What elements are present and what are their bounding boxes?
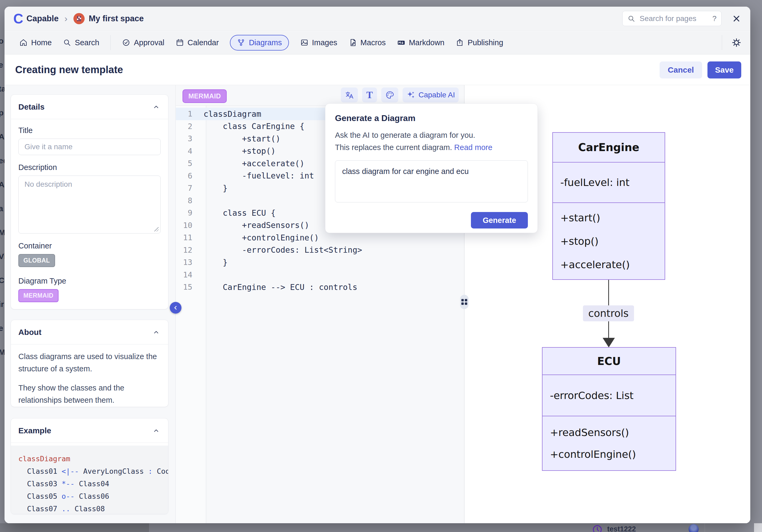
drag-dots-icon: [461, 299, 467, 305]
background-text-fragment: My: [0, 228, 5, 237]
breadcrumb-space[interactable]: My first space: [89, 14, 144, 24]
settings-button[interactable]: [730, 36, 743, 49]
line-text: -fuelLevel: int: [199, 171, 314, 180]
generate-button[interactable]: Generate: [471, 212, 528, 228]
background-text-fragment: ir: [0, 300, 5, 309]
collapse-details-button[interactable]: [152, 103, 161, 112]
breadcrumb-brand[interactable]: Capable: [27, 14, 59, 24]
divider: [705, 523, 705, 532]
text-icon: T: [366, 90, 373, 100]
chevron-up-icon: [153, 329, 160, 336]
search-shortcut-hint: ?: [712, 14, 717, 23]
nav-item-markdown[interactable]: Markdown: [397, 38, 445, 47]
chevron-up-icon: [153, 104, 160, 111]
line-number: 4: [176, 147, 199, 156]
nav-divider: [722, 35, 722, 50]
capable-ai-button[interactable]: Capable AI: [403, 88, 459, 103]
line-number: 13: [176, 258, 199, 267]
space-avatar-icon: [73, 13, 85, 24]
class-method: +start(): [560, 206, 665, 230]
save-button[interactable]: Save: [708, 61, 741, 78]
resize-grip-icon[interactable]: [154, 227, 159, 231]
image-icon: [300, 38, 309, 47]
example-code-text: Class07: [18, 504, 62, 513]
code-line[interactable]: 11 +controlEngine(): [176, 231, 464, 244]
nav-item-approval[interactable]: Approval: [122, 38, 164, 47]
popover-description: Ask the AI to generate a diagram for you…: [335, 131, 475, 139]
line-number: 11: [176, 233, 199, 242]
nav-item-label: Calendar: [188, 38, 219, 47]
nav-item-diagrams[interactable]: Diagrams: [230, 35, 289, 50]
translate-button[interactable]: [341, 88, 358, 103]
line-number: 5: [176, 159, 199, 168]
capable-logo-icon: C: [13, 12, 24, 26]
search-icon: [627, 15, 635, 23]
cancel-button[interactable]: Cancel: [659, 61, 702, 78]
theme-button[interactable]: [381, 88, 398, 103]
example-code-operator: <|--: [62, 467, 79, 475]
about-paragraph: They show the classes and the relationsh…: [18, 382, 161, 406]
nav-item-calendar[interactable]: Calendar: [176, 38, 219, 47]
example-code-text: Class08: [70, 504, 105, 513]
close-button[interactable]: [730, 13, 742, 25]
example-code-text: Cool: [152, 467, 168, 475]
code-line[interactable]: 12 -errorCodes: List<String>: [176, 244, 464, 257]
class-attributes: -fuelLevel: int: [553, 162, 665, 202]
collapse-example-button[interactable]: [152, 426, 161, 435]
example-card-header[interactable]: Example: [11, 418, 168, 443]
recent-page-label: test1222: [607, 525, 636, 532]
collapse-sidebar-button[interactable]: [170, 302, 182, 314]
background-panel: [0, 523, 149, 532]
template-title-input[interactable]: [18, 139, 161, 155]
example-code-operator: :: [148, 467, 152, 475]
example-code-block: classDiagram Class01 <|-- AveryLongClass…: [11, 446, 168, 514]
details-card-header[interactable]: Details: [11, 95, 168, 119]
nav-item-macros[interactable]: Macros: [348, 38, 386, 47]
line-number: 12: [176, 246, 199, 255]
template-description-textarea[interactable]: [18, 176, 161, 234]
background-page-fragments: oetapApedAcaMyViCcireMo: [0, 0, 5, 521]
calendar-icon: [176, 38, 184, 47]
line-number: 7: [176, 184, 199, 192]
generate-diagram-popover: Generate a Diagram Ask the AI to generat…: [325, 104, 538, 233]
class-method: +stop(): [560, 230, 665, 253]
background-text-fragment: o: [0, 37, 5, 45]
nav-item-search[interactable]: Search: [63, 38, 99, 47]
nav-item-images[interactable]: Images: [300, 38, 338, 47]
example-code-text: Class04: [74, 480, 109, 488]
example-code-text: AveryLongClass: [79, 467, 148, 475]
nav-item-label: Markdown: [409, 38, 445, 47]
read-more-link[interactable]: Read more: [454, 143, 492, 152]
editor-content: Details Title Description Container: [5, 85, 750, 523]
search-pages-box[interactable]: ?: [622, 11, 722, 26]
pane-resize-handle[interactable]: [460, 295, 469, 309]
breadcrumb-chevron-icon: ›: [64, 13, 67, 24]
ai-prompt-textarea[interactable]: class diagram for car engine and ecu: [335, 160, 528, 202]
page-title-bar: Creating new template Cancel Save: [5, 55, 750, 85]
nav-item-home[interactable]: Home: [19, 38, 52, 47]
background-text-fragment: e: [0, 324, 5, 333]
line-text: +start(): [199, 134, 280, 143]
code-line[interactable]: 15 CarEngine --> ECU : controls: [176, 281, 464, 293]
sparkles-icon: [406, 91, 415, 100]
text-style-button[interactable]: T: [362, 88, 377, 103]
example-code-operator: o--: [62, 492, 75, 500]
line-text: -errorCodes: List<String>: [199, 245, 362, 255]
collapse-about-button[interactable]: [152, 328, 161, 337]
about-card-header[interactable]: About: [11, 320, 168, 344]
user-avatar: [689, 524, 699, 532]
code-line[interactable]: 13 }: [176, 256, 464, 269]
line-number: 15: [176, 282, 199, 291]
line-number: 14: [176, 270, 199, 279]
line-text: +readSensors(): [199, 220, 309, 230]
background-text-fragment: e: [0, 61, 5, 69]
line-text: class ECU {: [199, 208, 276, 218]
example-code-keyword: classDiagram: [18, 455, 70, 463]
nav-item-publishing[interactable]: Publishing: [455, 38, 503, 47]
app-header: C Capable › My first space ?: [5, 7, 750, 31]
details-card: Details Title Description Container: [11, 95, 168, 309]
line-text: }: [199, 184, 227, 193]
line-number: 2: [176, 122, 199, 131]
search-input[interactable]: [639, 14, 709, 23]
code-line[interactable]: 14: [176, 269, 464, 281]
